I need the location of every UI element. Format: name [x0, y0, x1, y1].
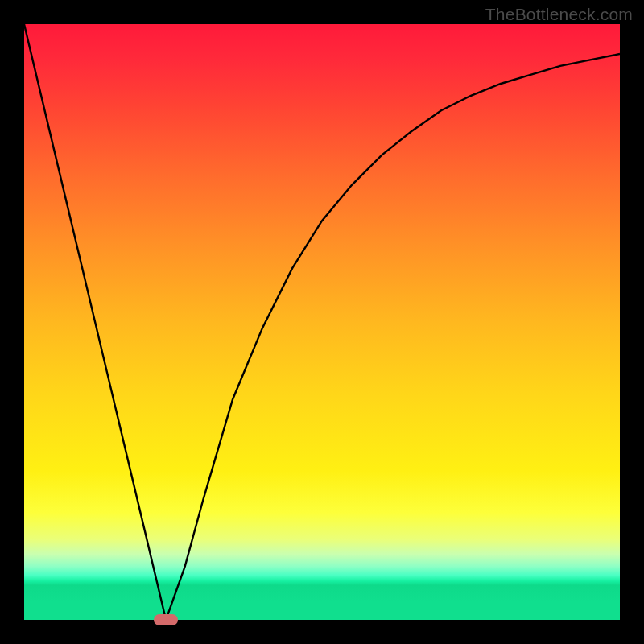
curve-path: [24, 24, 620, 620]
watermark-text: TheBottleneck.com: [485, 5, 633, 24]
plot-area: [24, 24, 620, 620]
bottleneck-curve: [24, 24, 620, 620]
outer-frame: TheBottleneck.com: [0, 0, 644, 644]
minimum-marker: [154, 614, 178, 625]
